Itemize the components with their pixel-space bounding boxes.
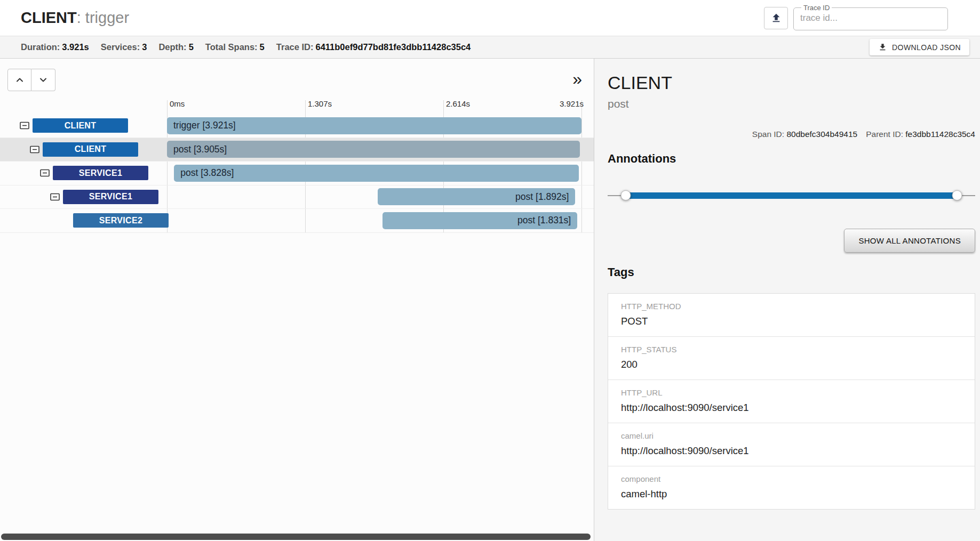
service-badge: SERVICE1 [53, 166, 148, 180]
trace-id-label: Trace ID [801, 4, 832, 12]
prev-span-button[interactable] [7, 69, 31, 91]
trace-summary-bar: Duration:3.921sServices:3Depth:5Total Sp… [0, 36, 980, 59]
download-json-button[interactable]: DOWNLOAD JSON [870, 39, 969, 55]
trace-row[interactable]: SERVICE2post [1.831s] [0, 209, 594, 233]
service-badge: CLIENT [43, 142, 138, 157]
page-title: CLIENT: trigger [21, 9, 129, 27]
tree-cell: CLIENT [0, 114, 167, 138]
span-bar[interactable]: post [1.892s] [378, 188, 576, 205]
tag-row: componentcamel-http [608, 466, 975, 509]
tree-cell: SERVICE2 [0, 209, 167, 232]
collapse-span-icon[interactable] [30, 146, 39, 154]
trace-stat-label: Depth: [158, 42, 186, 52]
show-all-annotations-wrap: SHOW ALL ANNOTATIONS [608, 229, 975, 253]
slider-handle-end[interactable] [952, 190, 962, 200]
tag-row: HTTP_METHODPOST [608, 294, 975, 337]
span-ids-line: Span ID: 80dbefc304b49415Parent ID: fe3d… [608, 130, 975, 139]
span-id: Span ID: 80dbefc304b49415 [752, 130, 857, 139]
expand-detail-chevrons-icon[interactable]: » [572, 70, 582, 87]
parent-id: Parent ID: fe3dbb11428c35c4 [866, 130, 975, 139]
trace-stat: Total Spans:5 [205, 42, 265, 52]
title-service-name: CLIENT [21, 9, 77, 26]
trace-stat-label: Services: [101, 42, 140, 52]
next-span-button[interactable] [31, 69, 55, 91]
download-icon [878, 43, 887, 52]
title-separator: : [77, 9, 85, 26]
upload-trace-button[interactable] [764, 7, 788, 29]
span-bar[interactable]: post [3.905s] [167, 141, 580, 158]
trace-stat-value: 3 [142, 42, 147, 52]
trace-stat-value: 5 [260, 42, 265, 52]
tree-cell: SERVICE1 [0, 185, 167, 209]
trace-id-input[interactable] [800, 13, 941, 23]
chevron-down-icon [38, 75, 49, 85]
bar-area: post [3.905s] [167, 141, 581, 158]
trace-stat-value: 3.921s [62, 42, 89, 52]
service-badge: SERVICE2 [73, 213, 169, 228]
tag-key: component [621, 474, 962, 483]
trace-stat-value: 5 [189, 42, 194, 52]
trace-stat: Depth:5 [158, 42, 193, 52]
collapse-span-icon[interactable] [40, 169, 50, 177]
span-nav-buttons [7, 69, 55, 91]
download-json-label: DOWNLOAD JSON [892, 43, 961, 52]
trace-row[interactable]: SERVICE1post [3.828s] [0, 162, 594, 185]
tags-table: HTTP_METHODPOSTHTTP_STATUS200HTTP_URLhtt… [608, 293, 975, 510]
trace-row[interactable]: CLIENTtrigger [3.921s] [0, 114, 594, 138]
tag-key: camel.uri [621, 431, 962, 440]
tag-row: HTTP_URLhttp://localhost:9090/service1 [608, 380, 975, 423]
trace-stat-value: 6411b0ef9d77bd81fe3dbb11428c35c4 [316, 42, 471, 52]
header: CLIENT: trigger Trace ID [0, 0, 980, 36]
bar-area: trigger [3.921s] [167, 117, 581, 134]
horizontal-scrollbar[interactable] [1, 534, 591, 540]
tag-value: http://localhost:9090/service1 [621, 402, 962, 414]
span-bar[interactable]: trigger [3.921s] [167, 117, 581, 134]
timeline-panel: » 0ms1.307s2.614s3.921s CLIENTtrigger [3… [0, 59, 594, 541]
zipkin-trace-page: CLIENT: trigger Trace ID Duration:3.921s… [0, 0, 980, 541]
tag-row: camel.urihttp://localhost:9090/service1 [608, 423, 975, 466]
time-tick-label: 3.921s [560, 99, 584, 108]
trace-stat: Trace ID:6411b0ef9d77bd81fe3dbb11428c35c… [276, 42, 471, 52]
chevron-up-icon [14, 75, 25, 85]
tag-value: 200 [621, 359, 962, 370]
main-content: » 0ms1.307s2.614s3.921s CLIENTtrigger [3… [0, 59, 980, 541]
slider-track [626, 192, 957, 199]
tag-key: HTTP_STATUS [621, 345, 962, 354]
annotations-heading: Annotations [608, 152, 975, 166]
trace-id-fieldset: Trace ID [793, 4, 948, 30]
tag-key: HTTP_METHOD [621, 302, 962, 311]
tag-value: camel-http [621, 488, 962, 500]
span-bar[interactable]: post [3.828s] [174, 165, 578, 182]
span-bar[interactable]: post [1.831s] [383, 212, 577, 229]
tree-cell: SERVICE1 [0, 162, 167, 185]
title-span-name: trigger [85, 9, 129, 26]
trace-stat-label: Duration: [21, 42, 60, 52]
annotations-range-slider[interactable] [608, 190, 975, 201]
trace-stat-label: Trace ID: [276, 42, 314, 52]
trace-row[interactable]: CLIENTpost [3.905s] [0, 138, 594, 162]
time-tick-label: 0ms [167, 99, 185, 108]
trace-row[interactable]: SERVICE1post [1.892s] [0, 185, 594, 209]
trace-stat-label: Total Spans: [205, 42, 258, 52]
time-ruler: 0ms1.307s2.614s3.921s [167, 99, 581, 112]
trace-stats: Duration:3.921sServices:3Depth:5Total Sp… [21, 42, 471, 52]
trace-stat: Services:3 [101, 42, 147, 52]
tag-key: HTTP_URL [621, 388, 962, 397]
tag-row: HTTP_STATUS200 [608, 337, 975, 380]
collapse-span-icon[interactable] [50, 193, 60, 201]
trace-stat: Duration:3.921s [21, 42, 89, 52]
bar-area: post [1.831s] [167, 212, 581, 229]
tag-value: http://localhost:9090/service1 [621, 445, 962, 457]
time-tick-label: 1.307s [305, 99, 332, 108]
service-badge: SERVICE1 [63, 190, 158, 204]
detail-span-name: post [608, 98, 975, 110]
slider-handle-start[interactable] [621, 190, 631, 200]
tags-heading: Tags [608, 265, 975, 279]
tree-cell: CLIENT [0, 138, 167, 162]
show-all-annotations-button[interactable]: SHOW ALL ANNOTATIONS [844, 229, 975, 253]
bar-area: post [3.828s] [167, 165, 581, 182]
bar-area: post [1.892s] [167, 188, 581, 205]
collapse-span-icon[interactable] [20, 122, 29, 130]
detail-service-name: CLIENT [608, 72, 975, 93]
time-tick-label: 2.614s [443, 99, 470, 108]
